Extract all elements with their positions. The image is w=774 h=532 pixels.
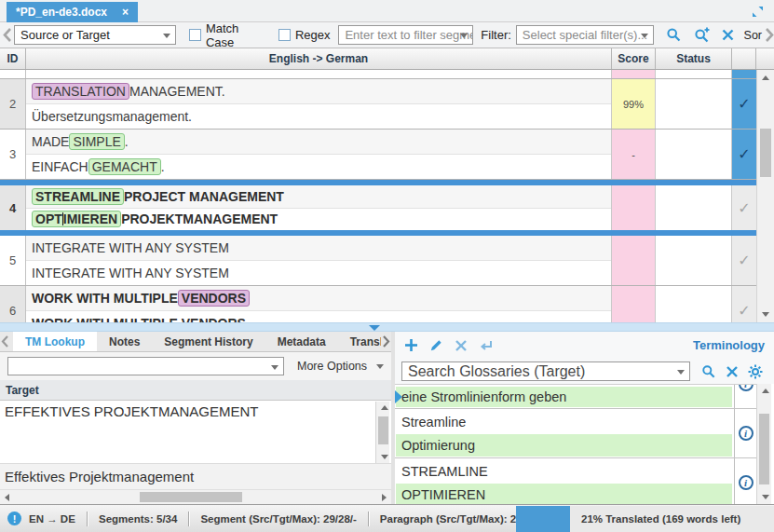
confirm-check[interactable]	[732, 70, 756, 78]
segment-row-6[interactable]: 6WORK WITH MULTIPLE VENDORSWORK WITH MUL…	[0, 286, 756, 322]
scope-dropdown[interactable]: Source or Target	[14, 25, 176, 45]
edit-term-icon[interactable]	[429, 338, 443, 352]
gear-icon[interactable]	[748, 364, 763, 379]
confirm-check-icon[interactable]: ✓	[732, 185, 756, 230]
scrollbar-thumb[interactable]	[378, 416, 388, 444]
source-cell[interactable]: MADE SIMPLE.	[26, 130, 611, 155]
scrollbar-thumb[interactable]	[759, 414, 769, 484]
segment-row-3[interactable]: 3MADE SIMPLE.EINFACH GEMACHT.-✓	[0, 130, 756, 180]
confirm-check-icon[interactable]: ✓	[732, 286, 756, 322]
search-refresh-icon[interactable]	[694, 27, 711, 43]
status-bar: ! EN → DE Segments: 5/34 Segment (Src/Tg…	[0, 504, 774, 532]
insert-term-icon[interactable]	[479, 339, 494, 352]
segments-count: Segments: 5/34	[99, 513, 177, 525]
target-cell[interactable]: EINFACH GEMACHT.	[26, 155, 611, 179]
regex-checkbox[interactable]	[278, 29, 291, 41]
scroll-left-icon[interactable]	[5, 494, 9, 501]
match-case-checkbox[interactable]	[189, 29, 201, 41]
score-cell	[612, 70, 656, 78]
regex-label: Regex	[295, 28, 331, 42]
source-cell[interactable]: WORK WITH MULTIPLE VENDORS	[26, 286, 611, 311]
tabs-scroll-left-icon[interactable]	[1, 335, 8, 348]
segment-text: WORK WITH MULTIPLE	[32, 291, 178, 306]
term-source: STREAMLINE	[396, 460, 732, 483]
column-header-score[interactable]: Score	[612, 48, 656, 69]
info-icon[interactable]: !	[7, 512, 21, 525]
scrollbar-thumb[interactable]	[140, 492, 242, 502]
chevron-right-icon[interactable]	[766, 28, 774, 42]
tab-metadata[interactable]: Metadata	[265, 332, 338, 351]
more-options-button[interactable]: More Options	[297, 360, 367, 373]
tm-result-scrollbar[interactable]	[375, 402, 389, 463]
tabs-scroll-right-icon[interactable]	[381, 335, 390, 348]
scroll-right-icon[interactable]	[382, 494, 387, 501]
document-tab-label: *PD_en-de3.docx	[16, 6, 107, 19]
tab-notes[interactable]: Notes	[97, 332, 152, 351]
delete-term-icon[interactable]	[455, 339, 468, 352]
scroll-down-icon[interactable]	[762, 495, 769, 499]
target-cell[interactable]: INTEGRATE WITH ANY SYSTEM	[26, 261, 611, 285]
clear-filter-icon[interactable]	[721, 28, 735, 42]
panel-splitter[interactable]	[0, 322, 774, 332]
terminology-scrollbar[interactable]	[756, 384, 771, 504]
segment-row-2[interactable]: 2TRANSLATION MANAGEMENT.Übersetzungsmana…	[0, 79, 756, 130]
scroll-up-icon[interactable]	[762, 75, 769, 80]
column-header-language-pair[interactable]: English -> German	[26, 48, 612, 69]
column-header-id[interactable]: ID	[0, 48, 26, 69]
info-icon[interactable]: i	[739, 385, 754, 391]
target-cell[interactable]: WORK WITH MULTIPLE VENDORS	[26, 311, 611, 322]
info-icon[interactable]: i	[739, 426, 754, 441]
filter-text-input[interactable]: Enter text to filter segme	[338, 25, 473, 45]
confirm-check-icon[interactable]: ✓	[732, 236, 756, 285]
confirm-check-icon[interactable]: ✓	[732, 79, 756, 129]
close-tab-icon[interactable]: ×	[122, 6, 129, 19]
expand-window-icon[interactable]	[753, 7, 763, 17]
special-filter-dropdown[interactable]: Select special filter(s)...	[516, 25, 654, 45]
segment-row-4[interactable]: 4STREAMLINE PROJECT MANAGEMENTOPTIMIEREN…	[0, 185, 756, 230]
source-cell[interactable]: STREAMLINE PROJECT MANAGEMENT	[26, 185, 611, 209]
glossary-search-icon[interactable]	[701, 364, 716, 379]
source-cell[interactable]: INTEGRATE WITH ANY SYSTEM	[26, 236, 611, 261]
segment-text: MADE	[32, 134, 69, 149]
add-term-icon[interactable]	[404, 338, 418, 352]
terminology-panel: Terminology Search Glossaries (Target) e…	[395, 332, 774, 504]
confirm-check-icon[interactable]: ✓	[732, 130, 756, 179]
terminology-search-row: Search Glossaries (Target)	[395, 359, 774, 384]
grid-vertical-scrollbar[interactable]	[756, 70, 774, 322]
document-tab[interactable]: *PD_en-de3.docx ×	[7, 2, 138, 22]
segment-row-5[interactable]: 5INTEGRATE WITH ANY SYSTEMINTEGRATE WITH…	[0, 236, 756, 286]
glossary-clear-icon[interactable]	[726, 365, 739, 378]
language-pair: EN → DE	[29, 513, 75, 525]
tm-search-input[interactable]	[7, 357, 284, 375]
tab-segment-history[interactable]: Segment History	[152, 332, 265, 351]
tm-horizontal-scrollbar[interactable]	[0, 490, 391, 504]
chevron-left-icon[interactable]	[3, 28, 11, 42]
tm-column-header[interactable]: Target	[0, 380, 391, 401]
terminology-entry[interactable]: eine Stromlinienform gebeni	[395, 385, 756, 409]
partial-segment-row[interactable]	[0, 70, 756, 79]
term-info-column: i	[734, 458, 756, 504]
scroll-down-icon[interactable]	[762, 312, 769, 317]
column-header-status[interactable]: Status	[656, 48, 732, 69]
tm-match-secondary[interactable]: Effektives Projektmanagement	[0, 464, 391, 490]
scrollbar-thumb[interactable]	[760, 129, 771, 177]
scroll-up-icon[interactable]	[381, 405, 388, 410]
search-icon[interactable]	[666, 27, 682, 43]
tm-match-target[interactable]: EFFEKTIVES PROJEKTMANAGEMENT	[0, 401, 391, 464]
more-options-arrow-icon[interactable]	[376, 364, 384, 369]
target-cell[interactable]: OPTIMIEREN PROJEKTMANAGEMENT	[26, 209, 611, 231]
terminology-entry[interactable]: STREAMLINEOPTIMIERENi	[395, 458, 756, 504]
tab-tm-lookup[interactable]: TM Lookup	[13, 332, 97, 351]
glossary-search-input[interactable]: Search Glossaries (Target)	[401, 361, 690, 381]
scroll-down-icon[interactable]	[381, 455, 388, 459]
info-icon[interactable]: i	[739, 475, 754, 490]
term-highlight: STREAMLINE	[32, 188, 124, 205]
status-cell	[656, 70, 732, 78]
terminology-entry[interactable]: StreamlineOptimierungi	[395, 409, 756, 458]
target-cell[interactable]: Übersetzungsmanagement.	[26, 104, 611, 129]
source-cell[interactable]: TRANSLATION MANAGEMENT.	[26, 79, 611, 104]
splitter-collapse-icon[interactable]	[369, 325, 380, 331]
scroll-up-icon[interactable]	[762, 389, 769, 393]
term-target: OPTIMIEREN	[396, 484, 732, 504]
sort-label[interactable]: Sor	[744, 29, 762, 42]
